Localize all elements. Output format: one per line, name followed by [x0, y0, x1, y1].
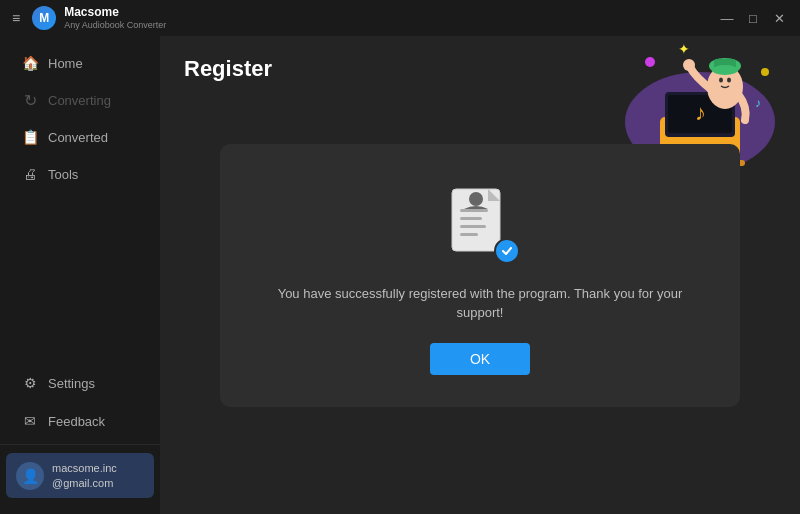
close-button[interactable]: ✕	[770, 9, 788, 27]
sidebar-item-tools[interactable]: 🖨 Tools	[6, 156, 154, 192]
maximize-button[interactable]: □	[744, 9, 762, 27]
dialog-overlay: You have successfully registered with th…	[160, 36, 800, 514]
main-layout: 🏠 Home ↻ Converting 📋 Converted 🖨 Tools …	[0, 36, 800, 514]
sidebar-item-settings[interactable]: ⚙ Settings	[6, 365, 154, 401]
settings-icon: ⚙	[22, 375, 38, 391]
sidebar: 🏠 Home ↻ Converting 📋 Converted 🖨 Tools …	[0, 36, 160, 514]
sidebar-label-converted: Converted	[48, 130, 108, 145]
sidebar-label-settings: Settings	[48, 376, 95, 391]
sidebar-nav: 🏠 Home ↻ Converting 📋 Converted 🖨 Tools	[0, 44, 160, 204]
converting-icon: ↻	[22, 92, 38, 108]
titlebar-controls: — □ ✕	[718, 9, 788, 27]
titlebar-left: ≡ M Macsome Any Audiobook Converter	[12, 5, 166, 30]
svg-rect-23	[460, 225, 486, 228]
hamburger-icon[interactable]: ≡	[12, 10, 20, 26]
svg-rect-24	[460, 233, 478, 236]
sidebar-label-feedback: Feedback	[48, 414, 105, 429]
svg-rect-22	[460, 217, 482, 220]
svg-rect-21	[460, 209, 488, 212]
sidebar-item-feedback[interactable]: ✉ Feedback	[6, 403, 154, 439]
tools-icon: 🖨	[22, 166, 38, 182]
svg-point-25	[469, 192, 483, 206]
user-card[interactable]: 👤 macsome.inc @gmail.com	[6, 453, 154, 498]
titlebar: ≡ M Macsome Any Audiobook Converter — □ …	[0, 0, 800, 36]
sidebar-label-tools: Tools	[48, 167, 78, 182]
app-icon: M	[32, 6, 56, 30]
content-area: Register ♪	[160, 36, 800, 514]
user-email: @gmail.com	[52, 476, 117, 490]
dialog-box: You have successfully registered with th…	[220, 144, 740, 407]
converted-icon: 📋	[22, 129, 38, 145]
sidebar-label-converting: Converting	[48, 93, 111, 108]
app-name: Macsome	[64, 5, 166, 19]
sidebar-label-home: Home	[48, 56, 83, 71]
sidebar-bottom: 👤 macsome.inc @gmail.com	[0, 444, 160, 506]
user-info: macsome.inc @gmail.com	[52, 461, 117, 490]
minimize-button[interactable]: —	[718, 9, 736, 27]
app-name-block: Macsome Any Audiobook Converter	[64, 5, 166, 30]
dialog-icon-wrapper	[440, 184, 520, 264]
check-badge-icon	[494, 238, 520, 264]
dialog-message: You have successfully registered with th…	[260, 284, 700, 323]
feedback-icon: ✉	[22, 413, 38, 429]
user-name: macsome.inc	[52, 461, 117, 475]
sidebar-item-converting: ↻ Converting	[6, 82, 154, 118]
avatar: 👤	[16, 462, 44, 490]
sidebar-item-converted[interactable]: 📋 Converted	[6, 119, 154, 155]
ok-button[interactable]: OK	[430, 343, 530, 375]
sidebar-item-home[interactable]: 🏠 Home	[6, 45, 154, 81]
app-subtitle: Any Audiobook Converter	[64, 20, 166, 31]
home-icon: 🏠	[22, 55, 38, 71]
